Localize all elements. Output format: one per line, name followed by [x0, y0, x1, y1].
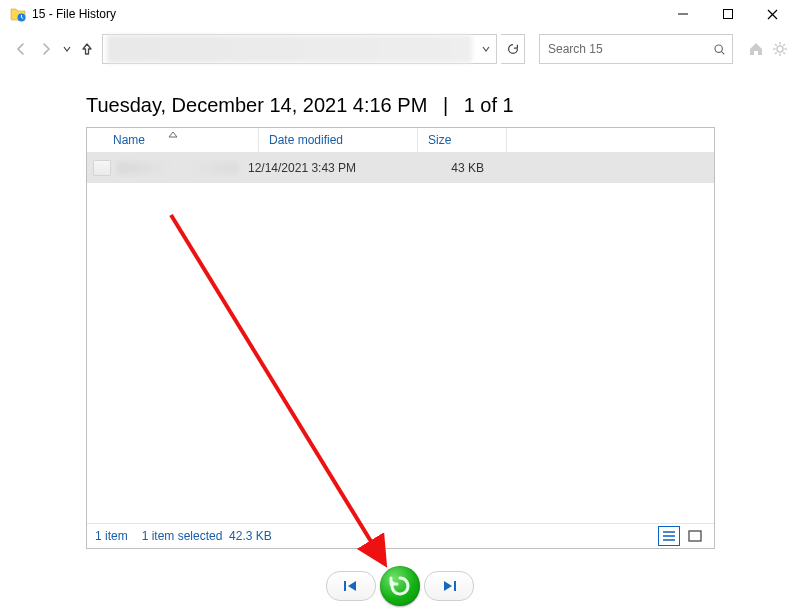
- snapshot-heading: Tuesday, December 14, 2021 4:16 PM | 1 o…: [0, 70, 799, 127]
- minimize-button[interactable]: [660, 0, 705, 28]
- svg-line-12: [775, 44, 777, 46]
- navigation-toolbar: Search 15: [0, 28, 799, 70]
- column-filler: [507, 128, 714, 152]
- svg-line-14: [775, 52, 777, 54]
- file-icon: [93, 160, 111, 176]
- back-button[interactable]: [10, 37, 31, 61]
- home-icon[interactable]: [747, 40, 765, 58]
- snapshot-index: 1 of 1: [464, 94, 514, 116]
- maximize-button[interactable]: [705, 0, 750, 28]
- title-bar: 15 - File History: [0, 0, 799, 28]
- gear-icon[interactable]: [771, 40, 789, 58]
- next-version-button[interactable]: [424, 571, 474, 601]
- column-name-label: Name: [113, 133, 145, 147]
- svg-rect-19: [689, 531, 701, 541]
- refresh-button[interactable]: [501, 34, 525, 64]
- svg-point-5: [715, 45, 722, 52]
- address-bar[interactable]: [102, 34, 497, 64]
- recent-locations-button[interactable]: [60, 42, 72, 56]
- address-path: [107, 35, 472, 63]
- column-size[interactable]: Size: [418, 128, 507, 152]
- file-row[interactable]: 12/14/2021 3:43 PM 43 KB: [87, 153, 714, 183]
- file-name-cell: [87, 160, 238, 176]
- sort-ascending-icon: [168, 127, 178, 141]
- toolbar-options: [747, 40, 789, 58]
- file-history-app-icon: [10, 6, 26, 22]
- address-dropdown-button[interactable]: [476, 35, 496, 63]
- close-button[interactable]: [750, 0, 795, 28]
- file-rows: 12/14/2021 3:43 PM 43 KB: [87, 153, 714, 523]
- window-title: 15 - File History: [32, 7, 116, 21]
- svg-rect-2: [723, 10, 732, 19]
- column-name[interactable]: Name: [87, 128, 259, 152]
- file-date-cell: 12/14/2021 3:43 PM: [238, 161, 396, 175]
- status-bar: 1 item 1 item selected 42.3 KB: [87, 523, 714, 548]
- search-placeholder: Search 15: [540, 42, 706, 56]
- snapshot-timestamp: Tuesday, December 14, 2021 4:16 PM: [86, 94, 427, 116]
- column-date-modified[interactable]: Date modified: [259, 128, 418, 152]
- search-icon: [706, 43, 732, 56]
- search-input[interactable]: Search 15: [539, 34, 733, 64]
- restore-controls: [0, 566, 799, 606]
- view-details-button[interactable]: [658, 526, 680, 546]
- file-size-cell: 43 KB: [396, 161, 496, 175]
- file-name: [117, 162, 238, 174]
- column-date-label: Date modified: [269, 133, 343, 147]
- forward-button[interactable]: [35, 37, 56, 61]
- restore-button[interactable]: [380, 566, 420, 606]
- status-selection: 1 item selected 42.3 KB: [142, 529, 272, 543]
- heading-separator: |: [443, 94, 448, 117]
- file-list-pane: Name Date modified Size 12/14/2021 3:43 …: [86, 127, 715, 549]
- previous-version-button[interactable]: [326, 571, 376, 601]
- svg-line-13: [783, 52, 785, 54]
- svg-point-7: [777, 46, 783, 52]
- svg-line-15: [783, 44, 785, 46]
- view-thumbnails-button[interactable]: [684, 526, 706, 546]
- status-item-count: 1 item: [95, 529, 128, 543]
- column-headers: Name Date modified Size: [87, 128, 714, 153]
- column-size-label: Size: [428, 133, 451, 147]
- svg-line-6: [721, 51, 724, 54]
- window-controls: [660, 0, 795, 28]
- up-button[interactable]: [77, 37, 98, 61]
